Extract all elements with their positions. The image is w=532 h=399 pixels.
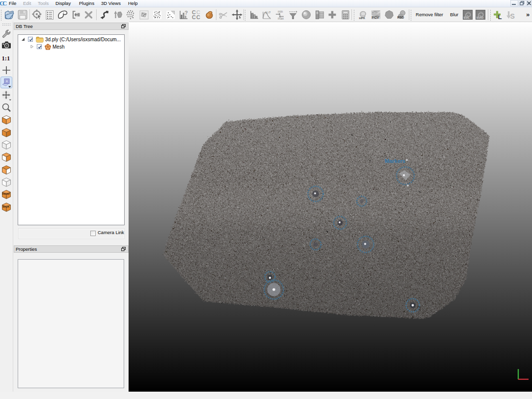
svg-text:?: ? — [185, 10, 188, 16]
svg-text:S: S — [510, 12, 515, 20]
svg-text:μ,σ: μ,σ — [266, 10, 271, 14]
svg-text:Markers: Markers — [385, 158, 405, 164]
svg-text:L: L — [498, 13, 502, 21]
svg-text:min: min — [278, 10, 283, 13]
svg-text:SSAO: SSAO — [477, 16, 483, 19]
svg-text:PCV: PCV — [372, 15, 379, 20]
svg-text:C: C — [196, 14, 200, 20]
svg-text:EDL: EDL — [464, 16, 470, 19]
svg-text:FRONT: FRONT — [2, 193, 10, 195]
svg-text:HPA: HPA — [359, 17, 366, 20]
svg-text:1:1: 1:1 — [2, 55, 10, 62]
svg-text:BACK: BACK — [3, 205, 10, 208]
svg-text:RSD: RSD — [398, 16, 404, 19]
svg-text:C: C — [192, 14, 196, 20]
svg-text:max: max — [278, 17, 284, 20]
svg-text:C: C — [2, 0, 7, 6]
